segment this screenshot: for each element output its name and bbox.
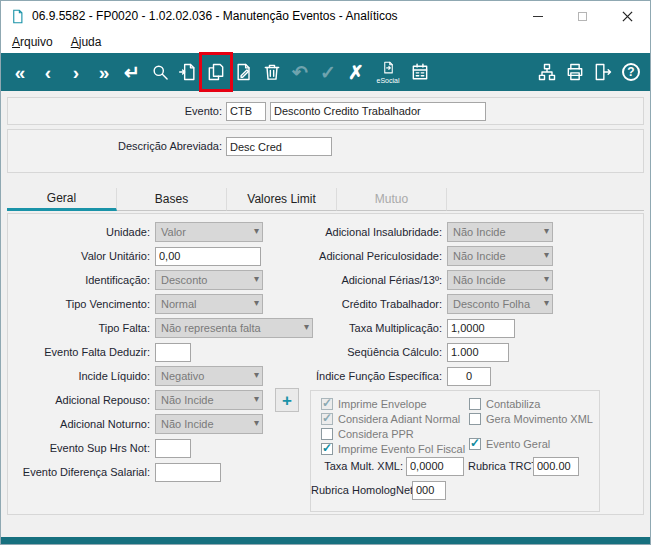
print-button[interactable] bbox=[561, 55, 589, 89]
tipo-falta-select[interactable]: Não representa falta bbox=[155, 318, 313, 338]
minimize-icon bbox=[533, 16, 543, 17]
status-bar bbox=[1, 537, 651, 545]
considera-adiant-checkbox[interactable]: Considera Adiant Normal bbox=[321, 412, 465, 426]
tab-geral[interactable]: Geral bbox=[7, 188, 117, 211]
form-row: Taxa Multiplicação: bbox=[304, 316, 553, 340]
imprime-evento-fol-label: Imprime Evento Fol Fiscal bbox=[338, 443, 465, 455]
evento-geral-checkbox[interactable]: Evento Geral bbox=[469, 437, 593, 451]
form-row: Evento Diferença Salarial: bbox=[8, 460, 313, 484]
tab-valores-limit[interactable]: Valores Limit bbox=[227, 188, 337, 211]
go-to-button[interactable]: ↵ bbox=[118, 55, 146, 89]
form-row: Rubrica HomologNet: bbox=[311, 479, 446, 501]
chevron-down-icon bbox=[254, 298, 259, 308]
credito-trabalhador-label: Crédito Trabalhador: bbox=[304, 298, 442, 310]
evento-falta-deduzir-input[interactable] bbox=[155, 343, 191, 362]
indice-funcao-label: Índice Função Específica: bbox=[304, 370, 442, 382]
form-right-column: Adicional Insalubridade: Não Incide Adic… bbox=[304, 220, 553, 388]
search-button[interactable] bbox=[146, 55, 174, 89]
form-row: Taxa Mult. XML: Rubrica TRCT: bbox=[311, 455, 579, 477]
copy-icon bbox=[206, 62, 226, 82]
adicional-insalubridade-label: Adicional Insalubridade: bbox=[304, 226, 442, 238]
adicional-periculosidade-value: Não Incide bbox=[453, 250, 506, 262]
chevron-down-icon bbox=[254, 418, 259, 428]
considera-ppr-checkbox[interactable]: Considera PPR bbox=[321, 427, 465, 441]
adicional-insalubridade-select[interactable]: Não Incide bbox=[447, 222, 553, 242]
form-row: Adicional Repouso: Não Incide + bbox=[8, 388, 313, 412]
evento-falta-deduzir-label: Evento Falta Deduzir: bbox=[8, 346, 150, 358]
gera-movimento-xml-checkbox[interactable]: Gera Movimento XML bbox=[469, 412, 593, 426]
checkbox-box bbox=[321, 413, 333, 425]
menu-arquivo[interactable]: Arquivo bbox=[3, 33, 62, 51]
delete-record-button[interactable] bbox=[258, 55, 286, 89]
confirm-button[interactable]: ✓ bbox=[314, 55, 342, 89]
cancel-button[interactable]: ✗ bbox=[342, 55, 370, 89]
help-button[interactable]: ? bbox=[617, 55, 645, 89]
evento-diferenca-salarial-input[interactable] bbox=[155, 463, 221, 482]
calendar-icon bbox=[410, 62, 430, 82]
rubrica-homolognet-input[interactable] bbox=[412, 481, 446, 500]
new-record-button[interactable] bbox=[174, 55, 202, 89]
evento-description-input[interactable] bbox=[270, 102, 486, 121]
checkbox-box bbox=[469, 398, 481, 410]
adicional-ferias-label: Adicional Férias/13º: bbox=[304, 274, 442, 286]
valor-unitario-input[interactable] bbox=[155, 247, 261, 266]
considera-adiant-label: Considera Adiant Normal bbox=[338, 413, 460, 425]
calendar-button[interactable] bbox=[406, 55, 434, 89]
hierarchy-icon bbox=[537, 62, 557, 82]
rubrica-trct-input[interactable] bbox=[533, 457, 579, 476]
adicional-noturno-select[interactable]: Não Incide bbox=[155, 414, 263, 434]
hierarchy-button[interactable] bbox=[533, 55, 561, 89]
taxa-mult-xml-input[interactable] bbox=[406, 457, 464, 476]
form-row: Adicional Insalubridade: Não Incide bbox=[304, 220, 553, 244]
close-icon bbox=[622, 11, 633, 22]
close-button[interactable] bbox=[605, 1, 650, 31]
adicional-periculosidade-select[interactable]: Não Incide bbox=[447, 246, 553, 266]
plus-icon: + bbox=[282, 392, 292, 409]
esocial-button[interactable]: eSocial bbox=[370, 55, 406, 89]
first-record-button[interactable]: « bbox=[6, 55, 34, 89]
chevron-down-icon bbox=[544, 250, 549, 260]
minimize-button[interactable] bbox=[515, 1, 560, 31]
maximize-button[interactable] bbox=[560, 1, 605, 31]
form-row: Tipo Vencimento: Normal bbox=[8, 292, 313, 316]
evento-code-input[interactable] bbox=[226, 102, 266, 121]
prev-record-button[interactable]: ‹ bbox=[34, 55, 62, 89]
checkbox-box bbox=[321, 428, 333, 440]
credito-trabalhador-select[interactable]: Desconto Folha bbox=[447, 294, 553, 314]
adicional-repouso-select[interactable]: Não Incide bbox=[155, 390, 263, 410]
tab-bases[interactable]: Bases bbox=[117, 188, 227, 211]
add-button[interactable]: + bbox=[275, 388, 299, 412]
adicional-ferias-select[interactable]: Não Incide bbox=[447, 270, 553, 290]
checkbox-column-right: Contabiliza Gera Movimento XML Evento Ge… bbox=[469, 397, 593, 452]
descricao-abreviada-input[interactable] bbox=[226, 137, 332, 156]
form-row: Evento Falta Deduzir: bbox=[8, 340, 313, 364]
edit-document-icon bbox=[234, 62, 254, 82]
identificacao-label: Identificação: bbox=[8, 274, 150, 286]
evento-sup-hrs-input[interactable] bbox=[155, 439, 191, 458]
esocial-document-icon bbox=[381, 61, 396, 76]
identificacao-select[interactable]: Desconto bbox=[155, 270, 263, 290]
undo-button[interactable]: ↶ bbox=[286, 55, 314, 89]
unidade-select[interactable]: Valor bbox=[155, 222, 263, 242]
enter-icon: ↵ bbox=[124, 63, 140, 82]
sequencia-calculo-input[interactable] bbox=[447, 343, 509, 362]
options-group: Imprime Envelope Considera Adiant Normal… bbox=[310, 390, 600, 512]
copy-record-button[interactable] bbox=[202, 55, 230, 89]
unidade-label: Unidade: bbox=[8, 226, 150, 238]
imprime-envelope-checkbox[interactable]: Imprime Envelope bbox=[321, 397, 465, 411]
next-record-button[interactable]: › bbox=[62, 55, 90, 89]
edit-record-button[interactable] bbox=[230, 55, 258, 89]
imprime-evento-fol-checkbox[interactable]: Imprime Evento Fol Fiscal bbox=[321, 442, 465, 456]
taxa-multiplicacao-input[interactable] bbox=[447, 319, 515, 338]
first-record-icon: « bbox=[15, 63, 26, 82]
esocial-label: eSocial bbox=[377, 77, 400, 84]
menu-ajuda[interactable]: Ajuda bbox=[62, 33, 111, 51]
toolbar: « ‹ › » ↵ ↶ ✓ ✗ eSocial bbox=[1, 53, 650, 91]
exit-button[interactable] bbox=[589, 55, 617, 89]
tipo-vencimento-select[interactable]: Normal bbox=[155, 294, 263, 314]
indice-funcao-input[interactable] bbox=[447, 367, 491, 386]
incide-liquido-select[interactable]: Negativo bbox=[155, 366, 263, 386]
contabiliza-checkbox[interactable]: Contabiliza bbox=[469, 397, 593, 411]
last-record-button[interactable]: » bbox=[90, 55, 118, 89]
incide-liquido-label: Incide Líquido: bbox=[8, 370, 150, 382]
